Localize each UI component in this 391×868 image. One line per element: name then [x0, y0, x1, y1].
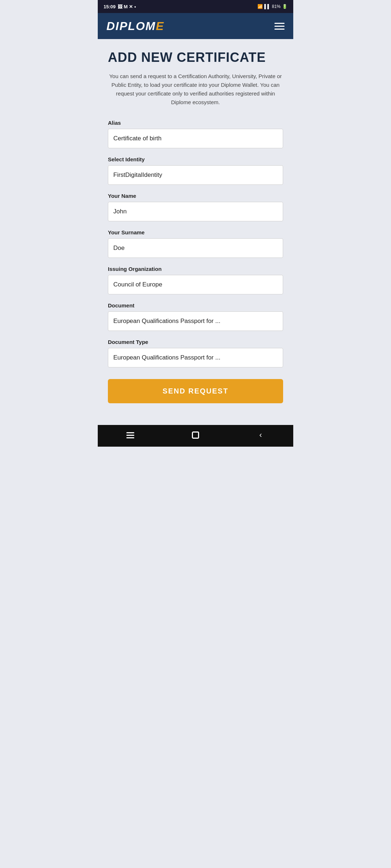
hamburger-menu-button[interactable] — [274, 23, 285, 30]
org-input[interactable] — [108, 275, 283, 294]
bottom-menu-button[interactable] — [123, 428, 138, 442]
signal-icon: ▌▌ — [264, 4, 270, 9]
bottom-back-button[interactable]: ‹ — [253, 428, 268, 442]
bottom-home-button[interactable] — [188, 428, 203, 442]
document-input[interactable] — [108, 311, 283, 331]
org-label: Issuing Organization — [108, 266, 283, 272]
battery-percent: 81% — [272, 4, 281, 9]
wifi-icon: 📶 — [257, 4, 263, 9]
identity-label: Select Identity — [108, 156, 283, 162]
identity-input[interactable] — [108, 165, 283, 185]
navbar: DIPLOME — [98, 13, 293, 39]
logo-text-plain: DIPLOM — [106, 20, 156, 33]
logo: DIPLOME — [106, 20, 164, 33]
org-group: Issuing Organization — [108, 266, 283, 294]
three-lines-icon — [126, 432, 134, 438]
logo-accent: E — [156, 20, 164, 33]
battery-icon: 🔋 — [282, 4, 287, 9]
document-group: Document — [108, 302, 283, 331]
bottom-nav-bar: ‹ — [98, 425, 293, 447]
page-description: You can send a request to a Certificatio… — [108, 72, 283, 107]
alias-group: Alias — [108, 120, 283, 148]
square-icon — [192, 431, 199, 439]
status-bar: 15:09 🖼 M ✕ • 📶 ▌▌ 81% 🔋 — [98, 0, 293, 13]
name-group: Your Name — [108, 193, 283, 221]
status-right: 📶 ▌▌ 81% 🔋 — [257, 4, 287, 9]
document-label: Document — [108, 302, 283, 309]
back-arrow-icon: ‹ — [259, 430, 262, 440]
surname-group: Your Surname — [108, 229, 283, 258]
name-input[interactable] — [108, 202, 283, 221]
doc-type-group: Document Type — [108, 339, 283, 367]
status-time: 15:09 🖼 M ✕ • — [104, 4, 136, 9]
identity-group: Select Identity — [108, 156, 283, 185]
main-content: ADD NEW CERTIFICATE You can send a reque… — [98, 39, 293, 425]
alias-input[interactable] — [108, 129, 283, 148]
alias-label: Alias — [108, 120, 283, 126]
surname-input[interactable] — [108, 238, 283, 258]
page-title: ADD NEW CERTIFICATE — [108, 50, 283, 65]
notification-icons: 🖼 M ✕ • — [118, 4, 136, 9]
surname-label: Your Surname — [108, 229, 283, 235]
doc-type-input[interactable] — [108, 348, 283, 367]
send-request-button[interactable]: SEND REQUEST — [108, 379, 283, 403]
doc-type-label: Document Type — [108, 339, 283, 345]
name-label: Your Name — [108, 193, 283, 199]
